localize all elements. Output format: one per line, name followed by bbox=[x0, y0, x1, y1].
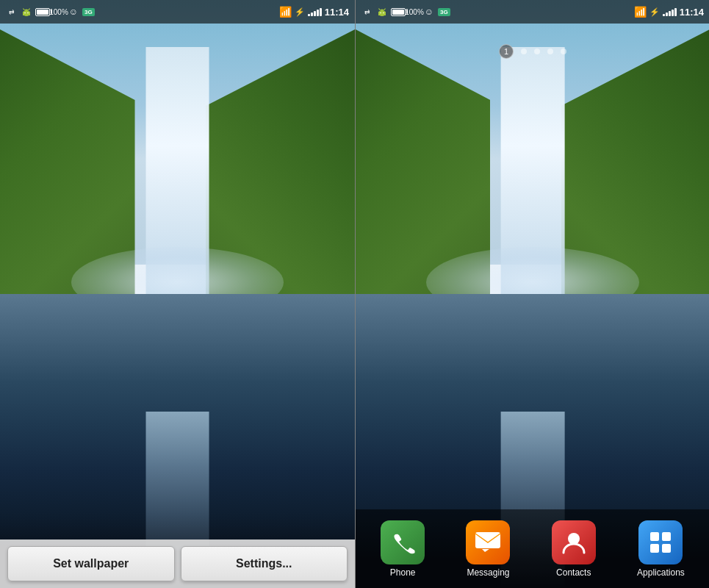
messaging-label: Messaging bbox=[467, 567, 509, 578]
signal-bars-left bbox=[308, 7, 322, 16]
status-bar-left: ⇄ 100% ☺ 3G 📶 ⚡ bbox=[0, 0, 355, 24]
set-wallpaper-button[interactable]: Set wallpaper bbox=[7, 546, 175, 581]
svg-rect-14 bbox=[650, 532, 659, 541]
time-right: 11:14 bbox=[680, 7, 704, 18]
dock: Phone Messaging Contacts bbox=[356, 509, 709, 588]
bottom-buttons: Set wallpaper Settings... bbox=[0, 539, 355, 588]
dock-item-messaging[interactable]: Messaging bbox=[466, 520, 510, 578]
right-panel: ⇄ 100% ☺ 3G 📶 ⚡ bbox=[356, 0, 709, 588]
smiley-icon-right: ☺ bbox=[423, 7, 435, 16]
status-left: ⇄ 100% ☺ 3G bbox=[6, 7, 95, 16]
svg-rect-16 bbox=[650, 544, 659, 553]
3g-badge-right: 3G bbox=[438, 8, 450, 16]
battery-percent-right: 100% bbox=[409, 7, 420, 16]
svg-line-4 bbox=[24, 9, 25, 10]
svg-rect-7 bbox=[378, 12, 386, 15]
signal-bars-right bbox=[663, 7, 677, 16]
applications-icon bbox=[638, 520, 683, 564]
smiley-icon: ☺ bbox=[68, 7, 79, 16]
usb-icon-right: ⚡ bbox=[649, 7, 660, 17]
applications-label: Applications bbox=[637, 567, 685, 578]
contacts-icon bbox=[552, 520, 596, 564]
status-right-right: 📶 ⚡ 11:14 bbox=[634, 6, 704, 18]
page-dot-3 bbox=[534, 49, 540, 54]
home-screen-wallpaper bbox=[356, 0, 709, 588]
status-right-left: 📶 ⚡ 11:14 bbox=[279, 6, 349, 18]
svg-rect-12 bbox=[475, 532, 500, 548]
contacts-label: Contacts bbox=[556, 567, 591, 578]
current-page-dot: 1 bbox=[499, 44, 514, 59]
page-dot-4 bbox=[547, 49, 553, 54]
battery-icon-left bbox=[35, 8, 50, 16]
status-bar-right: ⇄ 100% ☺ 3G 📶 ⚡ bbox=[356, 0, 709, 24]
phone-icon bbox=[381, 520, 425, 564]
svg-rect-17 bbox=[662, 544, 671, 553]
dock-item-contacts[interactable]: Contacts bbox=[552, 520, 596, 578]
svg-point-9 bbox=[383, 12, 384, 14]
left-panel: ⇄ 100% ☺ 3G 📶 ⚡ bbox=[0, 0, 355, 588]
status-left-right: ⇄ 100% ☺ 3G bbox=[361, 7, 450, 16]
android-icon-right bbox=[376, 7, 388, 16]
sync-icon: ⇄ bbox=[6, 7, 18, 16]
svg-rect-15 bbox=[662, 532, 671, 541]
messaging-icon bbox=[466, 520, 510, 564]
page-dot-5 bbox=[561, 49, 566, 54]
usb-icon-left: ⚡ bbox=[295, 7, 305, 17]
battery-percent-left: 100% bbox=[53, 7, 65, 16]
sync-icon-right: ⇄ bbox=[361, 7, 373, 16]
svg-line-11 bbox=[384, 9, 386, 10]
3g-badge-left: 3G bbox=[82, 8, 95, 16]
svg-line-10 bbox=[379, 9, 381, 10]
settings-button[interactable]: Settings... bbox=[181, 546, 348, 581]
android-icon bbox=[21, 7, 32, 16]
phone-label: Phone bbox=[390, 567, 416, 578]
wifi-icon-right: 📶 bbox=[634, 6, 647, 18]
page-indicator: 1 bbox=[356, 44, 709, 59]
svg-point-2 bbox=[24, 12, 26, 14]
time-left: 11:14 bbox=[325, 7, 349, 18]
page-dot-2 bbox=[521, 49, 527, 54]
svg-point-3 bbox=[27, 12, 29, 14]
svg-rect-1 bbox=[23, 12, 30, 15]
wifi-icon-left: 📶 bbox=[279, 6, 292, 18]
svg-point-8 bbox=[380, 12, 381, 14]
battery-icon-right bbox=[391, 8, 406, 16]
dock-item-applications[interactable]: Applications bbox=[637, 520, 685, 578]
dock-item-phone[interactable]: Phone bbox=[381, 520, 425, 578]
svg-line-5 bbox=[29, 9, 30, 10]
wallpaper-preview bbox=[0, 0, 355, 588]
